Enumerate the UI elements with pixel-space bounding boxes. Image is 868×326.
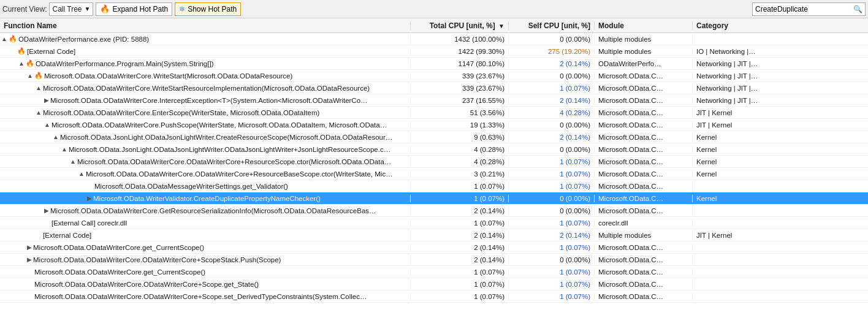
expand-collapse-button[interactable]: ▲	[27, 72, 33, 79]
search-input[interactable]	[753, 5, 851, 13]
function-name-text: Microsoft.OData.JsonLight.ODataJsonLight…	[69, 146, 390, 153]
current-view-label: Current View:	[2, 5, 47, 13]
expand-collapse-button[interactable]: ▲	[36, 109, 42, 116]
table-row[interactable]: ▶Microsoft.OData.WriterValidator.CreateD…	[0, 192, 868, 205]
cell-self-cpu: 0 (0.00%)	[509, 256, 595, 263]
cell-category: Kernel	[693, 195, 868, 202]
function-name-text: Microsoft.OData.ODataWriterCore.ODataWri…	[86, 170, 393, 178]
table-row[interactable]: Microsoft.OData.ODataMessageWriterSettin…	[0, 180, 868, 192]
table-row[interactable]: ▲🔥Microsoft.OData.ODataWriterCore.WriteS…	[0, 70, 868, 82]
search-button[interactable]: 🔍	[851, 5, 865, 13]
cell-function-name: ▶Microsoft.OData.ODataWriterCore.get_Cur…	[0, 244, 411, 251]
function-name-text: Microsoft.OData.ODataWriterCore.WriteSta…	[44, 72, 292, 80]
table-row[interactable]: ▲Microsoft.OData.ODataWriterCore.ODataWr…	[0, 168, 868, 180]
cell-category: JIT | Kernel	[693, 121, 868, 129]
table-row[interactable]: ▲Microsoft.OData.ODataWriterCore.WriteSt…	[0, 82, 868, 94]
cell-module: Microsoft.OData.C…	[595, 121, 693, 129]
cell-total-cpu: 2 (0.14%)	[411, 207, 509, 214]
table-row[interactable]: Microsoft.OData.ODataWriterCore.ODataWri…	[0, 290, 868, 303]
table-row[interactable]: ▶Microsoft.OData.ODataWriterCore.Interce…	[0, 94, 868, 107]
hot-path-icon: 🔥	[26, 59, 34, 67]
table-row[interactable]: ▶Microsoft.OData.ODataWriterCore.ODataWr…	[0, 254, 868, 266]
col-header-total-cpu[interactable]: Total CPU [unit, %] ▼	[411, 21, 509, 30]
expand-collapse-button[interactable]: ▲	[78, 170, 85, 177]
cell-module: Microsoft.OData.C…	[595, 85, 693, 92]
cell-function-name: ▲Microsoft.OData.ODataWriterCore.PushSco…	[0, 121, 411, 129]
expand-collapse-button[interactable]: ▶	[27, 244, 32, 251]
function-name-text: [External Code]	[43, 232, 91, 239]
show-hot-path-button[interactable]: ❄ Show Hot Path	[175, 2, 241, 16]
expand-collapse-button[interactable]: ▲	[1, 36, 7, 42]
expand-collapse-button[interactable]: ▶	[27, 256, 32, 263]
expand-hot-path-button[interactable]: 🔥 Expand Hot Path	[96, 2, 172, 16]
cell-function-name: ▶Microsoft.OData.ODataWriterCore.GetReso…	[0, 207, 411, 214]
cell-function-name: ▲🔥ODataWriterPerformance.Program.Main(Sy…	[0, 59, 411, 67]
cell-function-name: ▲🔥Microsoft.OData.ODataWriterCore.WriteS…	[0, 72, 411, 80]
cell-total-cpu: 51 (3.56%)	[411, 109, 509, 116]
cell-function-name: ▶Microsoft.OData.ODataWriterCore.Interce…	[0, 97, 411, 104]
table-row[interactable]: ▲🔥ODataWriterPerformance.Program.Main(Sy…	[0, 58, 868, 70]
cell-self-cpu: 2 (0.14%)	[509, 97, 595, 104]
table-row[interactable]: ▲Microsoft.OData.ODataWriterCore.EnterSc…	[0, 107, 868, 119]
cell-category: JIT | Kernel	[693, 109, 868, 116]
expand-collapse-button[interactable]: ▲	[18, 60, 25, 67]
table-row[interactable]: ▲Microsoft.OData.JsonLight.ODataJsonLigh…	[0, 143, 868, 156]
table-row[interactable]: Microsoft.OData.ODataWriterCore.ODataWri…	[0, 278, 868, 290]
function-name-text: Microsoft.OData.ODataWriterCore.ODataWri…	[34, 281, 259, 288]
cell-self-cpu: 2 (0.14%)	[509, 134, 595, 141]
table-row[interactable]: [External Code]2 (0.14%)2 (0.14%)Multipl…	[0, 229, 868, 241]
hot-path-icon: 🔥	[17, 47, 26, 55]
function-name-text: ODataWriterPerformance.exe (PID: 5888)	[18, 36, 149, 43]
table-row[interactable]: 🔥[External Code]1422 (99.30%)275 (19.20%…	[0, 45, 868, 58]
expand-collapse-button[interactable]: ▲	[36, 85, 42, 91]
expand-collapse-button[interactable]: ▶	[44, 97, 49, 104]
table-row[interactable]: ▶Microsoft.OData.ODataWriterCore.get_Cur…	[0, 241, 868, 254]
function-name-text: Microsoft.OData.ODataWriterCore.ODataWri…	[33, 256, 281, 263]
col-header-self-cpu: Self CPU [unit, %]	[509, 21, 595, 30]
function-name-text: Microsoft.OData.ODataWriterCore.get_Curr…	[33, 244, 204, 251]
cell-total-cpu: 9 (0.63%)	[411, 134, 509, 141]
toolbar: Current View: Call Tree ▼ 🔥 Expand Hot P…	[0, 0, 868, 18]
expand-collapse-button[interactable]: ▶	[87, 195, 92, 202]
expand-collapse-button[interactable]: ▲	[61, 146, 67, 153]
expand-hot-path-label: Expand Hot Path	[112, 5, 168, 13]
cell-total-cpu: 339 (23.67%)	[411, 72, 509, 80]
table-row[interactable]: Microsoft.OData.ODataWriterCore.get_Curr…	[0, 266, 868, 278]
expand-collapse-button[interactable]: ▲	[53, 134, 59, 140]
table-row[interactable]: ▲Microsoft.OData.ODataWriterCore.ODataWr…	[0, 156, 868, 168]
cell-self-cpu: 0 (0.00%)	[509, 195, 595, 202]
cell-self-cpu: 0 (0.00%)	[509, 207, 595, 214]
expand-collapse-button[interactable]: ▶	[44, 207, 49, 214]
col-header-category: Category	[693, 21, 868, 30]
table-body: ▲🔥ODataWriterPerformance.exe (PID: 5888)…	[0, 33, 868, 326]
cell-self-cpu: 1 (0.07%)	[509, 268, 595, 276]
cell-function-name: ▲Microsoft.OData.ODataWriterCore.ODataWr…	[0, 170, 411, 178]
cell-module: Microsoft.OData.C…	[595, 158, 693, 165]
view-dropdown[interactable]: Call Tree ▼	[49, 2, 93, 16]
expand-collapse-button[interactable]: ▲	[44, 121, 50, 128]
table-row[interactable]: ▶Microsoft.OData.ODataWriterCore.GetReso…	[0, 205, 868, 217]
table-row[interactable]: ▲🔥ODataWriterPerformance.exe (PID: 5888)…	[0, 33, 868, 45]
cell-self-cpu: 1 (0.07%)	[509, 183, 595, 190]
search-box[interactable]: 🔍	[752, 2, 866, 16]
cell-module: Microsoft.OData.C…	[595, 268, 693, 276]
cell-function-name: Microsoft.OData.ODataWriterCore.ODataWri…	[0, 293, 411, 300]
table-row[interactable]: ▲Microsoft.OData.ODataWriterCore.PushSco…	[0, 119, 868, 131]
cell-total-cpu: 339 (23.67%)	[411, 85, 509, 92]
function-name-text: Microsoft.OData.ODataMessageWriterSettin…	[94, 183, 288, 190]
cell-function-name: Microsoft.OData.ODataMessageWriterSettin…	[0, 183, 411, 190]
cell-category: Kernel	[693, 146, 868, 153]
cell-function-name: ▲Microsoft.OData.JsonLight.ODataJsonLigh…	[0, 146, 411, 153]
expand-collapse-button[interactable]: ▲	[70, 158, 76, 165]
cell-module: Microsoft.OData.C…	[595, 134, 693, 141]
cell-total-cpu: 1 (0.07%)	[411, 219, 509, 227]
function-name-text: Microsoft.OData.JsonLight.ODataJsonLight…	[60, 134, 392, 141]
cell-self-cpu: 1 (0.07%)	[509, 293, 595, 300]
cell-total-cpu: 2 (0.14%)	[411, 232, 509, 239]
table-row[interactable]: [External Call] coreclr.dll1 (0.07%)1 (0…	[0, 217, 868, 229]
cell-total-cpu: 1 (0.07%)	[411, 183, 509, 190]
cell-category: Kernel	[693, 170, 868, 178]
table-row[interactable]: ▲Microsoft.OData.JsonLight.ODataJsonLigh…	[0, 131, 868, 143]
cell-category: Kernel	[693, 158, 868, 165]
cell-module: ODataWriterPerfo…	[595, 60, 693, 67]
